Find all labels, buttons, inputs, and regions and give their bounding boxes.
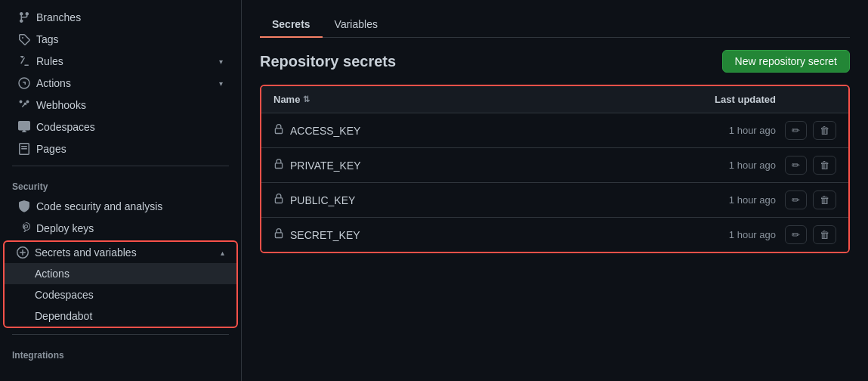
sidebar-item-code-security[interactable]: Code security and analysis bbox=[6, 196, 235, 217]
rules-icon bbox=[18, 55, 30, 67]
table-row: ACCESS_KEY 1 hour ago ✏ 🗑 bbox=[261, 113, 848, 148]
sidebar-sub-dependabot-label: Dependabot bbox=[35, 310, 92, 322]
shield-icon bbox=[18, 200, 30, 212]
sidebar-item-deploy-keys-label: Deploy keys bbox=[36, 222, 223, 234]
sidebar-divider-2 bbox=[12, 334, 229, 335]
sidebar-item-pages-label: Pages bbox=[36, 143, 223, 155]
secrets-and-variables-group: Secrets and variables ▴ Actions Codespac… bbox=[3, 240, 238, 328]
new-repository-secret-button[interactable]: New repository secret bbox=[722, 50, 850, 73]
row-name-1: PRIVATE_KEY bbox=[273, 159, 625, 172]
row-updated-2: 1 hour ago bbox=[625, 194, 776, 206]
row-name-label-0: ACCESS_KEY bbox=[290, 125, 360, 137]
delete-button-0[interactable]: 🗑 bbox=[813, 121, 836, 140]
webhooks-icon bbox=[18, 99, 30, 111]
row-updated-1: 1 hour ago bbox=[625, 160, 776, 171]
row-actions-1: ✏ 🗑 bbox=[776, 156, 836, 175]
sidebar-item-code-security-label: Code security and analysis bbox=[36, 200, 223, 212]
tags-icon bbox=[18, 33, 30, 45]
pages-icon bbox=[18, 143, 30, 155]
sidebar-item-webhooks[interactable]: Webhooks bbox=[6, 94, 235, 116]
sidebar-item-rules[interactable]: Rules ▾ bbox=[6, 51, 235, 72]
tab-secrets[interactable]: Secrets bbox=[260, 12, 323, 38]
sort-icon: ⇅ bbox=[303, 94, 310, 104]
sidebar-item-actions-label: Actions bbox=[36, 77, 213, 89]
table-row: SECRET_KEY 1 hour ago ✏ 🗑 bbox=[261, 218, 848, 252]
edit-button-0[interactable]: ✏ bbox=[785, 121, 807, 140]
sidebar-item-webhooks-label: Webhooks bbox=[36, 99, 223, 111]
col-name-label: Name bbox=[273, 94, 300, 105]
sidebar-item-tags-label: Tags bbox=[36, 33, 223, 45]
edit-button-3[interactable]: ✏ bbox=[785, 225, 807, 244]
sidebar-item-secrets-and-variables[interactable]: Secrets and variables ▴ bbox=[5, 242, 236, 263]
row-name-label-2: PUBLIC_KEY bbox=[290, 194, 355, 206]
repo-secrets-title: Repository secrets bbox=[260, 53, 396, 70]
sidebar-item-deploy-keys[interactable]: Deploy keys bbox=[6, 218, 235, 239]
delete-button-1[interactable]: 🗑 bbox=[813, 156, 836, 175]
lock-icon-0 bbox=[273, 124, 284, 137]
secrets-and-variables-wrapper: Secrets and variables ▴ Actions Codespac… bbox=[5, 242, 236, 327]
tabs-container: Secrets Variables bbox=[260, 12, 850, 38]
lock-icon-2 bbox=[273, 194, 284, 206]
plus-circle-icon bbox=[17, 246, 29, 259]
sidebar-item-secrets-label: Secrets and variables bbox=[35, 246, 215, 259]
table-row: PRIVATE_KEY 1 hour ago ✏ 🗑 bbox=[261, 148, 848, 183]
sidebar: Branches Tags Rules ▾ Actions ▾ bbox=[0, 0, 242, 381]
branches-icon bbox=[18, 11, 30, 23]
codespaces-icon bbox=[18, 121, 30, 133]
secrets-table: Name ⇅ Last updated ACCESS_KEY 1 hour ag… bbox=[260, 85, 850, 253]
lock-icon-3 bbox=[273, 228, 284, 241]
actions-icon bbox=[18, 77, 30, 89]
delete-button-2[interactable]: 🗑 bbox=[813, 190, 836, 209]
table-header: Name ⇅ Last updated bbox=[261, 86, 848, 113]
row-name-2: PUBLIC_KEY bbox=[273, 194, 625, 206]
tab-variables[interactable]: Variables bbox=[323, 12, 390, 38]
row-actions-2: ✏ 🗑 bbox=[776, 190, 836, 209]
sidebar-sub-codespaces-label: Codespaces bbox=[35, 289, 94, 301]
actions-chevron-icon: ▾ bbox=[219, 79, 223, 88]
edit-button-1[interactable]: ✏ bbox=[785, 156, 807, 175]
sidebar-item-actions[interactable]: Actions ▾ bbox=[6, 73, 235, 94]
sidebar-item-branches-label: Branches bbox=[36, 11, 223, 23]
sidebar-sub-item-actions[interactable]: Actions bbox=[5, 263, 236, 284]
row-name-label-3: SECRET_KEY bbox=[290, 229, 360, 241]
row-actions-0: ✏ 🗑 bbox=[776, 121, 836, 140]
sidebar-sub-actions-label: Actions bbox=[35, 268, 70, 280]
secrets-chevron-icon: ▴ bbox=[221, 249, 224, 257]
sidebar-item-branches[interactable]: Branches bbox=[6, 7, 235, 28]
col-name-header: Name ⇅ bbox=[273, 94, 625, 105]
sidebar-item-rules-label: Rules bbox=[36, 55, 213, 67]
sidebar-sub-item-codespaces[interactable]: Codespaces bbox=[5, 284, 236, 305]
row-name-3: SECRET_KEY bbox=[273, 228, 625, 241]
main-content: Secrets Variables Repository secrets New… bbox=[242, 0, 868, 381]
edit-button-2[interactable]: ✏ bbox=[785, 190, 807, 209]
row-name-0: ACCESS_KEY bbox=[273, 124, 625, 137]
row-name-label-1: PRIVATE_KEY bbox=[290, 160, 361, 172]
row-actions-3: ✏ 🗑 bbox=[776, 225, 836, 244]
integrations-section-label: Integrations bbox=[0, 341, 241, 364]
col-updated-header: Last updated bbox=[625, 94, 776, 105]
delete-button-3[interactable]: 🗑 bbox=[813, 225, 836, 244]
repo-secrets-header: Repository secrets New repository secret bbox=[260, 50, 850, 73]
row-updated-0: 1 hour ago bbox=[625, 125, 776, 136]
key-icon bbox=[18, 222, 30, 234]
table-row: PUBLIC_KEY 1 hour ago ✏ 🗑 bbox=[261, 183, 848, 218]
sidebar-item-codespaces[interactable]: Codespaces bbox=[6, 116, 235, 138]
rules-chevron-icon: ▾ bbox=[219, 57, 223, 66]
sidebar-item-codespaces-label: Codespaces bbox=[36, 121, 223, 133]
sidebar-divider bbox=[12, 166, 229, 166]
row-updated-3: 1 hour ago bbox=[625, 229, 776, 240]
sidebar-item-tags[interactable]: Tags bbox=[6, 29, 235, 50]
security-section-label: Security bbox=[0, 172, 241, 195]
sidebar-item-pages[interactable]: Pages bbox=[6, 138, 235, 160]
lock-icon-1 bbox=[273, 159, 284, 172]
sidebar-sub-item-dependabot[interactable]: Dependabot bbox=[5, 305, 236, 327]
